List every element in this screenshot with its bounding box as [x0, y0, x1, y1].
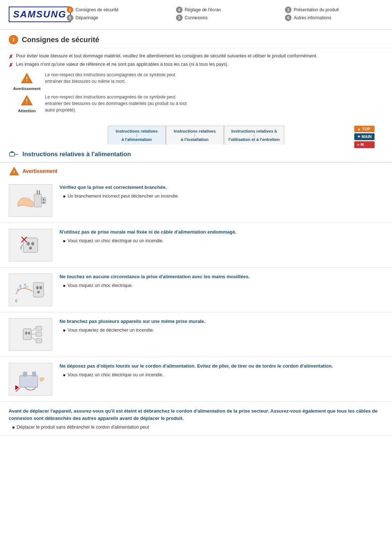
tab-alimentation[interactable]: Instructions relatives | à l'alimentatio…: [108, 126, 166, 145]
page-title: Consignes de sécurité: [22, 36, 99, 44]
svg-point-32: [28, 332, 30, 335]
avertissement-symbol: ! Avertissement Le non-respect des instr…: [12, 72, 190, 91]
svg-text:!: !: [26, 76, 28, 82]
svg-text:!: !: [13, 169, 15, 175]
nav-num-4: 4: [176, 7, 183, 13]
attention-symbol: ! Attention Le non-respect des instructi…: [12, 94, 190, 113]
svg-rect-6: [12, 151, 13, 153]
header: SAMSUNG 1 Consignes de sécurité 4 Réglag…: [0, 0, 392, 30]
side-buttons: ▲ TOP ✦ MAIN + ✉: [354, 126, 375, 148]
warning-label-text: Avertissement: [23, 168, 57, 174]
avertissement-badge: ! Avertissement: [12, 72, 41, 91]
item-title-5: Ne déposez pas d'objets lourds sur le co…: [60, 363, 383, 369]
svg-point-27: [24, 283, 26, 286]
item-bullet-5: Vous risquez un choc électrique ou un in…: [60, 372, 383, 377]
svg-line-33: [31, 328, 36, 332]
top-button[interactable]: ▲ TOP: [354, 126, 375, 132]
svg-line-35: [31, 337, 36, 341]
svg-rect-30: [23, 329, 31, 340]
nav-item-3[interactable]: 3 Connexions: [176, 15, 274, 21]
bullet-dot-1: [63, 195, 65, 198]
page-title-bar: 1 Consignes de sécurité: [0, 30, 392, 48]
item-image-3: 0: [9, 274, 52, 306]
nav-num-6: 6: [285, 15, 291, 21]
nav-num-2: 2: [285, 7, 291, 13]
item-title-3: Ne touchez en aucune circonstance la pri…: [60, 274, 383, 280]
item-text-3: Ne touchez en aucune circonstance la pri…: [60, 274, 383, 288]
svg-rect-4: [9, 153, 15, 156]
svg-rect-16: [23, 238, 38, 252]
svg-point-14: [43, 199, 44, 200]
bullet-dot-2: [63, 240, 65, 242]
nav-item-6[interactable]: 6 Autres informations: [285, 15, 383, 21]
item-bullet-1: Un branchement incorrect peut déclencher…: [60, 194, 383, 199]
svg-point-15: [43, 202, 44, 203]
nav-num-5: 5: [67, 15, 73, 21]
item-title-2: N'utilisez pas de prise murale mal fixée…: [60, 229, 383, 235]
svg-point-17: [27, 242, 30, 246]
tab-utilisation[interactable]: Instructions relatives à | l'utilisation…: [224, 126, 285, 145]
intro-line-2: ✗ Les images n'ont qu'une valeur de réfé…: [9, 62, 383, 68]
bullet-dot-3: [63, 285, 65, 287]
svg-text:0: 0: [15, 299, 17, 303]
item-title-last: Avant de déplacer l'appareil, assurez-vo…: [9, 408, 383, 422]
item-text-4: Ne branchez pas plusieurs appareils sur …: [60, 318, 383, 333]
svg-point-23: [36, 286, 39, 289]
nav-item-2[interactable]: 2 Présentation du produit: [285, 7, 383, 13]
nav-item-4[interactable]: 4 Réglage de l'écran: [176, 7, 274, 13]
email-button[interactable]: + ✉: [354, 141, 375, 148]
attention-triangle-icon: !: [20, 94, 33, 107]
nav-tabs-container: Instructions relatives | à l'alimentatio…: [0, 118, 392, 145]
warning-label: ! Avertissement: [0, 162, 392, 178]
attention-badge: ! Attention: [12, 94, 41, 113]
svg-rect-10: [34, 194, 41, 207]
section-title: Instructions relatives à l'alimentation: [23, 151, 131, 158]
item-image-5: [9, 363, 52, 396]
bullet-dot-4: [63, 329, 65, 332]
item-bullet-4: Vous risqueriez de déclencher un incendi…: [60, 328, 383, 333]
svg-rect-22: [33, 283, 44, 297]
warning-triangle-icon: !: [9, 166, 20, 176]
nav-item-5[interactable]: 5 Dépannage: [67, 15, 165, 21]
svg-point-19: [29, 247, 32, 250]
nav-num-1: 1: [67, 7, 73, 13]
svg-point-31: [25, 332, 27, 335]
plug-icon: [9, 150, 19, 158]
main-button[interactable]: ✦ MAIN: [354, 133, 375, 140]
svg-point-28: [17, 289, 19, 291]
item-text-2: N'utilisez pas de prise murale mal fixée…: [60, 229, 383, 243]
logo-area: SAMSUNG: [9, 7, 67, 26]
svg-rect-11: [37, 190, 38, 195]
plug-hand-illustration: [12, 187, 49, 214]
nav-num-3: 3: [176, 15, 183, 21]
svg-rect-5: [11, 151, 12, 153]
svg-point-25: [37, 291, 40, 293]
content-item-1: Vérifiez que la prise est correctement b…: [0, 178, 392, 223]
bullet-dot-5: [63, 374, 65, 376]
content-item-2: N'utilisez pas de prise murale mal fixée…: [0, 223, 392, 268]
bullet-dot-last: [12, 426, 15, 429]
warning-symbols: ! Avertissement Le non-respect des instr…: [9, 72, 383, 91]
nav-item-1[interactable]: 1 Consignes de sécurité: [67, 7, 165, 13]
svg-rect-38: [36, 339, 42, 343]
svg-rect-41: [32, 372, 36, 376]
intro-section: ✗ Pour éviter toute blessure et tout dom…: [0, 48, 392, 118]
page-num-icon: 1: [9, 35, 18, 44]
avertissement-triangle-icon: !: [20, 72, 33, 85]
item-text-5: Ne déposez pas d'objets lourds sur le co…: [60, 363, 383, 377]
svg-text:!: !: [26, 98, 28, 104]
content-item-4: Ne branchez pas plusieurs appareils sur …: [0, 312, 392, 357]
tab-installation[interactable]: Instructions relatives | à l'installatio…: [166, 126, 224, 145]
socket-illustration: [12, 231, 49, 259]
wet-hand-illustration: 0: [12, 276, 49, 304]
svg-point-26: [19, 284, 21, 288]
content-item-5: Ne déposez pas d'objets lourds sur le co…: [0, 357, 392, 402]
overload-illustration: [12, 321, 49, 348]
section-heading: Instructions relatives à l'alimentation: [0, 145, 392, 162]
samsung-logo: SAMSUNG: [9, 7, 71, 22]
item-image-4: [9, 318, 52, 351]
nav-tabs: Instructions relatives | à l'alimentatio…: [9, 118, 383, 145]
svg-rect-39: [20, 376, 38, 387]
item-bullet-3: Vous risquez un choc électrique.: [60, 283, 383, 288]
item-title-4: Ne branchez pas plusieurs appareils sur …: [60, 318, 383, 325]
